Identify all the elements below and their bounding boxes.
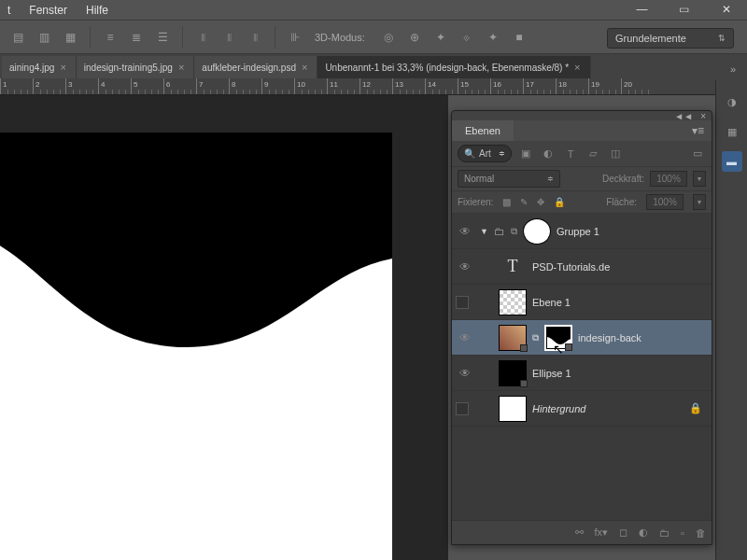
doc-tab[interactable]: indesign-training5.jpg× bbox=[77, 56, 195, 78]
panel-tabbar: Ebenen ▾≡ bbox=[452, 120, 712, 141]
layer-row[interactable]: Hintergrund 🔒 bbox=[452, 391, 712, 427]
layer-thumb[interactable] bbox=[499, 360, 527, 386]
visibility-icon[interactable] bbox=[456, 402, 474, 415]
distribute-icon[interactable]: ⊪ bbox=[285, 27, 305, 48]
layer-row[interactable]: 👁 ▼ 🗀 ⧉ Gruppe 1 bbox=[452, 214, 712, 249]
layer-name[interactable]: Ebene 1 bbox=[532, 297, 571, 308]
layer-row[interactable]: Ebene 1 bbox=[452, 285, 712, 320]
adjustment-icon[interactable]: ◐ bbox=[639, 526, 648, 539]
close-button[interactable]: ✕ bbox=[705, 0, 747, 19]
menu-item[interactable]: t bbox=[7, 4, 10, 17]
distribute-icon[interactable]: ⫴ bbox=[218, 27, 239, 48]
distribute-icon[interactable]: ⫴ bbox=[192, 27, 213, 48]
document[interactable] bbox=[0, 133, 392, 560]
layers-panel: ◄◄ × Ebenen ▾≡ 🔍Art≑ ▣ ◐ T ▱ ◫ ▭ Normal≑… bbox=[451, 110, 712, 545]
3d-icon[interactable]: ◎ bbox=[378, 27, 399, 48]
close-tab-icon[interactable]: × bbox=[302, 62, 307, 73]
visibility-checkbox[interactable] bbox=[456, 296, 469, 309]
menu-fenster[interactable]: Fenster bbox=[29, 4, 67, 17]
lock-transparency-icon[interactable]: ▩ bbox=[502, 197, 511, 207]
new-layer-icon[interactable]: ▫ bbox=[681, 527, 684, 539]
visibility-icon[interactable] bbox=[456, 296, 474, 309]
more-tabs-icon[interactable]: » bbox=[719, 60, 747, 78]
swatches-panel-icon[interactable]: ▦ bbox=[722, 121, 742, 142]
doc-tab[interactable]: aufkleber-indesign.psd× bbox=[194, 56, 317, 78]
layer-name[interactable]: indesign-back bbox=[578, 332, 641, 343]
maximize-button[interactable]: ▭ bbox=[663, 0, 705, 19]
layer-row[interactable]: 👁 T PSD-Tutorials.de bbox=[452, 249, 712, 285]
align-icon[interactable]: ▦ bbox=[60, 27, 80, 48]
3d-icon[interactable]: ✦ bbox=[430, 27, 451, 48]
opacity-value[interactable]: 100% bbox=[650, 171, 687, 187]
layer-name[interactable]: Gruppe 1 bbox=[557, 226, 599, 237]
mask-thumb[interactable] bbox=[544, 325, 572, 351]
document-tabs: aining4.jpg× indesign-training5.jpg× auf… bbox=[0, 54, 747, 78]
filter-smart-icon[interactable]: ◫ bbox=[607, 146, 624, 162]
workspace-selector[interactable]: Grundelemente ⇅ bbox=[607, 28, 734, 49]
trash-icon[interactable]: 🗑 bbox=[696, 527, 706, 539]
3d-icon[interactable]: ⊕ bbox=[404, 27, 425, 48]
link-layers-icon[interactable]: ⚯ bbox=[575, 526, 584, 539]
collapse-icon[interactable]: ◄◄ bbox=[674, 111, 693, 121]
fill-value[interactable]: 100% bbox=[646, 194, 684, 210]
opacity-stepper[interactable]: ▾ bbox=[693, 171, 706, 187]
mode3d-label: 3D-Modus: bbox=[315, 32, 365, 43]
close-tab-icon[interactable]: × bbox=[178, 62, 184, 73]
mask-thumb[interactable] bbox=[523, 218, 551, 245]
layer-row-selected[interactable]: 👁 ⧉ indesign-back bbox=[452, 320, 712, 356]
horizontal-ruler: 1234567891011121314151617181920 bbox=[0, 78, 747, 95]
panel-tab-ebenen[interactable]: Ebenen bbox=[452, 120, 514, 141]
lock-all-icon[interactable]: 🔒 bbox=[554, 197, 565, 207]
link-icon: ⧉ bbox=[532, 332, 539, 343]
filter-shape-icon[interactable]: ▱ bbox=[585, 146, 601, 162]
panel-menu-icon[interactable]: ▾≡ bbox=[684, 124, 712, 137]
filter-toggle[interactable]: ▭ bbox=[689, 146, 706, 162]
close-panel-icon[interactable]: × bbox=[700, 111, 706, 121]
filter-pixel-icon[interactable]: ▣ bbox=[517, 146, 534, 162]
blend-mode-select[interactable]: Normal≑ bbox=[458, 170, 560, 188]
doc-tab-active[interactable]: Unbenannt-1 bei 33,3% (indesign-back, Eb… bbox=[317, 56, 590, 78]
visibility-icon[interactable]: 👁 bbox=[456, 331, 474, 344]
layer-name[interactable]: PSD-Tutorials.de bbox=[532, 261, 610, 273]
mask-icon[interactable]: ◻ bbox=[619, 526, 627, 539]
filter-adjust-icon[interactable]: ◐ bbox=[540, 146, 557, 162]
layer-row[interactable]: 👁 Ellipse 1 bbox=[452, 356, 712, 391]
visibility-checkbox[interactable] bbox=[456, 402, 469, 415]
3d-icon[interactable]: ⟐ bbox=[457, 27, 477, 48]
group-icon[interactable]: 🗀 bbox=[659, 527, 669, 539]
filter-text-icon[interactable]: T bbox=[562, 146, 579, 162]
layer-thumb[interactable] bbox=[499, 289, 527, 315]
distribute-icon[interactable]: ⫴ bbox=[245, 27, 265, 48]
align-icon[interactable]: ▥ bbox=[34, 27, 54, 48]
panel-icon[interactable]: ▬ bbox=[722, 151, 742, 172]
collapsed-panels: ◑ ▦ ▬ bbox=[715, 80, 747, 560]
distribute-icon[interactable]: ☰ bbox=[152, 27, 173, 48]
layer-name[interactable]: Ellipse 1 bbox=[532, 368, 571, 379]
distribute-icon[interactable]: ≣ bbox=[126, 27, 147, 48]
close-tab-icon[interactable]: × bbox=[574, 62, 580, 73]
layer-search[interactable]: 🔍Art≑ bbox=[458, 145, 512, 162]
visibility-icon[interactable]: 👁 bbox=[456, 260, 474, 273]
color-panel-icon[interactable]: ◑ bbox=[722, 91, 742, 112]
canvas[interactable] bbox=[0, 95, 448, 560]
doc-tab[interactable]: aining4.jpg× bbox=[2, 56, 77, 78]
minimize-button[interactable]: — bbox=[621, 0, 663, 19]
fill-stepper[interactable]: ▾ bbox=[693, 194, 706, 210]
lock-row: Fixieren: ▩ ✎ ✥ 🔒 Fläche: 100% ▾ bbox=[452, 191, 712, 214]
layer-thumb[interactable] bbox=[499, 325, 527, 351]
panel-footer: ⚯ fx▾ ◻ ◐ 🗀 ▫ 🗑 bbox=[452, 520, 712, 544]
menu-hilfe[interactable]: Hilfe bbox=[86, 4, 108, 17]
align-icon[interactable]: ▤ bbox=[7, 27, 28, 48]
fx-icon[interactable]: fx▾ bbox=[595, 526, 609, 539]
distribute-icon[interactable]: ≡ bbox=[100, 27, 120, 48]
3d-icon[interactable]: ■ bbox=[509, 27, 529, 48]
lock-paint-icon[interactable]: ✎ bbox=[520, 197, 528, 207]
visibility-icon[interactable]: 👁 bbox=[456, 367, 474, 380]
visibility-icon[interactable]: 👁 bbox=[456, 225, 474, 238]
lock-position-icon[interactable]: ✥ bbox=[537, 197, 544, 207]
close-tab-icon[interactable]: × bbox=[60, 62, 65, 73]
3d-icon[interactable]: ✦ bbox=[483, 27, 503, 48]
layer-name[interactable]: Hintergrund bbox=[532, 403, 585, 414]
layer-thumb[interactable] bbox=[499, 396, 527, 422]
expand-icon[interactable]: ▼ bbox=[480, 227, 488, 236]
